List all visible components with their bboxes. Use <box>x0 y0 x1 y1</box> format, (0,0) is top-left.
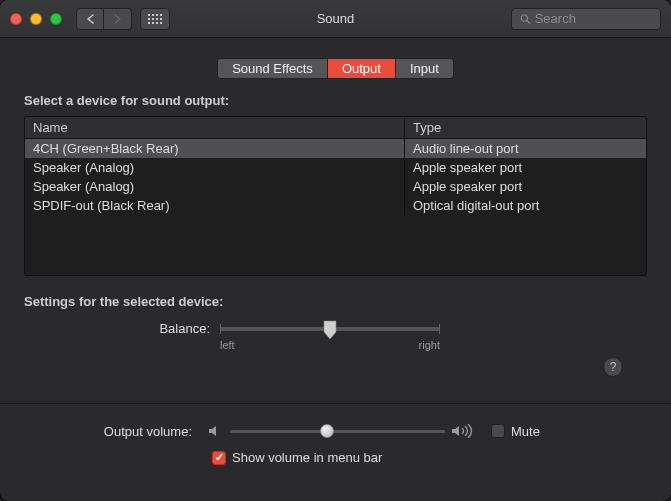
output-volume-slider[interactable] <box>230 422 445 440</box>
output-volume-label: Output volume: <box>24 424 202 439</box>
balance-knob[interactable] <box>323 320 337 340</box>
table-row[interactable]: 4CH (Green+Black Rear) Audio line-out po… <box>25 139 646 158</box>
show-volume-label: Show volume in menu bar <box>232 450 382 465</box>
back-button[interactable] <box>76 8 104 30</box>
window-controls <box>10 13 62 25</box>
forward-button[interactable] <box>104 8 132 30</box>
device-type: Optical digital-out port <box>405 196 646 215</box>
balance-left-label: left <box>220 339 235 351</box>
search-icon <box>520 13 531 25</box>
volume-knob[interactable] <box>320 424 334 438</box>
svg-rect-2 <box>156 14 158 16</box>
column-header-type[interactable]: Type <box>405 117 646 138</box>
mute-label: Mute <box>511 424 540 439</box>
search-input[interactable] <box>535 11 652 26</box>
svg-point-12 <box>521 14 527 20</box>
nav-buttons <box>76 8 132 30</box>
tab-sound-effects[interactable]: Sound Effects <box>218 59 328 78</box>
svg-rect-8 <box>148 22 150 24</box>
table-row[interactable]: Speaker (Analog) Apple speaker port <box>25 158 646 177</box>
titlebar: Sound <box>0 0 671 38</box>
svg-rect-7 <box>160 18 162 20</box>
svg-rect-11 <box>160 22 162 24</box>
show-volume-checkbox[interactable] <box>212 451 226 465</box>
device-name: 4CH (Green+Black Rear) <box>25 139 405 158</box>
tab-input[interactable]: Input <box>396 59 453 78</box>
close-window-button[interactable] <box>10 13 22 25</box>
svg-rect-1 <box>152 14 154 16</box>
minimize-window-button[interactable] <box>30 13 42 25</box>
table-row[interactable]: SPDIF-out (Black Rear) Optical digital-o… <box>25 196 646 215</box>
svg-rect-5 <box>152 18 154 20</box>
device-name: Speaker (Analog) <box>25 177 405 196</box>
output-panel: Select a device for sound output: Name T… <box>24 93 647 385</box>
speaker-low-icon <box>208 424 224 438</box>
svg-line-13 <box>527 20 530 23</box>
svg-rect-0 <box>148 14 150 16</box>
device-name: SPDIF-out (Black Rear) <box>25 196 405 215</box>
show-all-button[interactable] <box>140 8 170 30</box>
tab-bar: Sound Effects Output Input <box>217 58 454 79</box>
mute-checkbox-group[interactable]: Mute <box>491 424 540 439</box>
balance-label: Balance: <box>24 319 220 336</box>
table-header: Name Type <box>25 117 646 139</box>
device-select-header: Select a device for sound output: <box>24 93 647 108</box>
device-type: Audio line-out port <box>405 139 646 158</box>
show-volume-checkbox-group[interactable]: Show volume in menu bar <box>212 450 647 465</box>
device-table: Name Type 4CH (Green+Black Rear) Audio l… <box>24 116 647 276</box>
zoom-window-button[interactable] <box>50 13 62 25</box>
balance-right-label: right <box>419 339 440 351</box>
device-type: Apple speaker port <box>405 158 646 177</box>
device-type: Apple speaker port <box>405 177 646 196</box>
mute-checkbox[interactable] <box>491 424 505 438</box>
help-button[interactable]: ? <box>603 357 623 377</box>
speaker-high-icon <box>451 424 473 438</box>
column-header-name[interactable]: Name <box>25 117 405 138</box>
tab-output[interactable]: Output <box>328 59 396 78</box>
search-field[interactable] <box>511 8 661 30</box>
svg-rect-4 <box>148 18 150 20</box>
svg-rect-9 <box>152 22 154 24</box>
svg-rect-10 <box>156 22 158 24</box>
svg-rect-3 <box>160 14 162 16</box>
table-row[interactable]: Speaker (Analog) Apple speaker port <box>25 177 646 196</box>
settings-header: Settings for the selected device: <box>24 294 647 309</box>
svg-rect-6 <box>156 18 158 20</box>
device-name: Speaker (Analog) <box>25 158 405 177</box>
balance-slider[interactable]: left right <box>220 319 440 351</box>
